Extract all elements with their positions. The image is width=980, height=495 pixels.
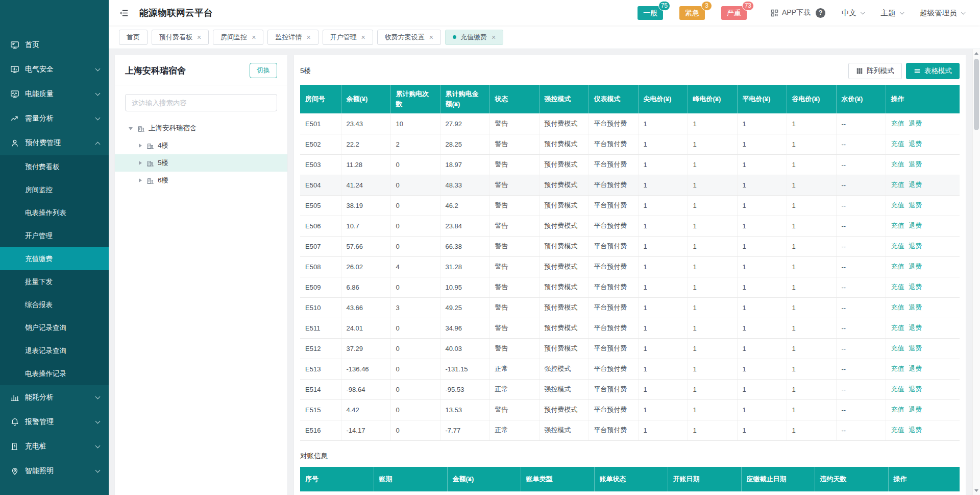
refund-link[interactable]: 退费 (909, 263, 922, 270)
alarm-badge-urgent[interactable]: 紧急3 (679, 6, 705, 20)
tab-room-monitor[interactable]: 房间监控× (213, 30, 263, 45)
recharge-link[interactable]: 充值 (891, 303, 904, 311)
sidebar-item-power-quality[interactable]: 电能质量 (0, 82, 109, 106)
tree-node-floor-5[interactable]: 5楼 (115, 154, 287, 172)
alarm-badge-general[interactable]: 一般75 (638, 6, 663, 20)
sidebar-item-meter-operation-list[interactable]: 电表操作列表 (0, 201, 109, 224)
refund-link[interactable]: 退费 (909, 426, 922, 434)
table-mode-button[interactable]: 表格模式 (906, 63, 960, 79)
tab-close-icon[interactable]: × (197, 34, 201, 41)
table-cell: E505 (300, 195, 341, 216)
sidebar-item-meter-operation-record[interactable]: 电表操作记录 (0, 362, 109, 385)
recharge-link[interactable]: 充值 (891, 324, 904, 332)
refund-link[interactable]: 退费 (909, 385, 922, 393)
refund-link[interactable]: 退费 (909, 160, 922, 168)
scrollbar-down-arrow[interactable] (973, 487, 980, 494)
refund-link[interactable]: 退费 (909, 324, 922, 332)
switch-button[interactable]: 切换 (250, 63, 277, 78)
table-cell: 1 (638, 420, 688, 440)
tab-monitor-detail[interactable]: 监控详情× (267, 30, 318, 45)
sidebar-item-room-monitor[interactable]: 房间监控 (0, 178, 109, 201)
tree-node-floor-4[interactable]: 4楼 (115, 137, 287, 154)
sidebar-item-meter-return-query[interactable]: 退表记录查询 (0, 339, 109, 362)
user-menu[interactable]: 超级管理员 (920, 8, 965, 18)
sidebar-item-energy-analysis[interactable]: 能耗分析 (0, 385, 109, 410)
table-cell: 正常 (489, 420, 539, 440)
sidebar-collapse-icon[interactable] (119, 8, 129, 18)
table-cell: -- (836, 256, 886, 277)
refund-link[interactable]: 退费 (909, 222, 922, 229)
recharge-link[interactable]: 充值 (891, 283, 904, 291)
tree-node-label: 6楼 (158, 176, 168, 185)
sidebar-item-prepaid-management[interactable]: 预付费管理 (0, 131, 109, 155)
alarm-badge-critical[interactable]: 严重73 (721, 6, 747, 20)
sidebar-item-charging-pile[interactable]: 充电桩 (0, 434, 109, 459)
tab-close-icon[interactable]: × (361, 34, 365, 41)
recharge-link[interactable]: 充值 (891, 242, 904, 250)
sidebar-item-prepaid-dashboard[interactable]: 预付费看板 (0, 155, 109, 178)
recharge-link[interactable]: 充值 (891, 365, 904, 372)
refund-link[interactable]: 退费 (909, 120, 922, 127)
recharge-link[interactable]: 充值 (891, 160, 904, 168)
table-cell: 1 (688, 379, 737, 399)
table-cell: -- (836, 338, 886, 359)
recharge-link[interactable]: 充值 (891, 406, 904, 413)
tab-close-icon[interactable]: × (429, 34, 433, 41)
sidebar-item-electrical-safety[interactable]: 电气安全 (0, 57, 109, 82)
energy-analysis-icon (10, 393, 19, 402)
app-download-button[interactable]: APP下载 (770, 8, 811, 17)
refund-link[interactable]: 退费 (909, 201, 922, 209)
sidebar-item-recharge-payment[interactable]: 充值缴费 (0, 247, 109, 270)
recharge-link[interactable]: 充值 (891, 181, 904, 188)
tree-node-floor-6[interactable]: 6楼 (115, 172, 287, 189)
sidebar-item-demand-analysis[interactable]: 需量分析 (0, 106, 109, 131)
refund-link[interactable]: 退费 (909, 140, 922, 148)
tab-close-icon[interactable]: × (492, 34, 496, 41)
refund-link[interactable]: 退费 (909, 406, 922, 413)
recharge-link[interactable]: 充值 (891, 201, 904, 209)
refund-link[interactable]: 退费 (909, 344, 922, 352)
table-cell: 0 (390, 195, 440, 216)
theme-selector[interactable]: 主题 (881, 8, 904, 18)
recharge-link[interactable]: 充值 (891, 344, 904, 352)
sidebar-item-account-management[interactable]: 开户管理 (0, 224, 109, 247)
recharge-link[interactable]: 充值 (891, 426, 904, 434)
sidebar-item-home[interactable]: 首页 (0, 33, 109, 57)
recharge-link[interactable]: 充值 (891, 385, 904, 393)
table-cell: 1 (787, 420, 836, 440)
help-icon[interactable]: ? (816, 8, 825, 18)
tab-close-icon[interactable]: × (252, 34, 256, 41)
chevron-down-icon (95, 66, 101, 72)
sidebar-item-smart-lighting[interactable]: 智能照明 (0, 459, 109, 483)
tab-close-icon[interactable]: × (306, 34, 310, 41)
caret-down-icon (129, 127, 133, 130)
tab-recharge-payment[interactable]: 充值缴费× (445, 30, 503, 45)
tab-fee-plan-settings[interactable]: 收费方案设置× (377, 30, 441, 45)
language-selector[interactable]: 中文 (842, 8, 865, 18)
refund-link[interactable]: 退费 (909, 181, 922, 188)
tab-prepaid-dashboard[interactable]: 预付费看板× (152, 30, 209, 45)
recharge-link[interactable]: 充值 (891, 140, 904, 148)
refund-link[interactable]: 退费 (909, 283, 922, 291)
sidebar-item-comprehensive-report[interactable]: 综合报表 (0, 293, 109, 316)
refund-link[interactable]: 退费 (909, 365, 922, 372)
table-row: E516-14.170-7.77正常强控模式平台预付费1111--充值退费 (300, 420, 960, 440)
alarm-badge-label: 紧急 (679, 6, 705, 20)
recharge-link[interactable]: 充值 (891, 120, 904, 127)
refund-link[interactable]: 退费 (909, 303, 922, 311)
actions-cell: 充值退费 (886, 113, 960, 134)
grid-mode-button[interactable]: 阵列模式 (848, 63, 902, 79)
scrollbar-up-arrow[interactable] (973, 50, 980, 57)
tab-account-management[interactable]: 开户管理× (323, 30, 373, 45)
vertical-scrollbar[interactable] (972, 49, 980, 495)
scrollbar-thumb[interactable] (974, 59, 979, 130)
recharge-link[interactable]: 充值 (891, 222, 904, 229)
tab-home[interactable]: 首页 (119, 30, 148, 45)
refund-link[interactable]: 退费 (909, 242, 922, 250)
sidebar-item-account-close-query[interactable]: 销户记录查询 (0, 316, 109, 339)
sidebar-item-alarm-management[interactable]: 报警管理 (0, 410, 109, 434)
tree-search-input[interactable] (125, 94, 277, 111)
recharge-link[interactable]: 充值 (891, 263, 904, 270)
sidebar-item-batch-dispatch[interactable]: 批量下发 (0, 270, 109, 293)
tree-node-root[interactable]: 上海安科瑞宿舍 (115, 120, 287, 137)
